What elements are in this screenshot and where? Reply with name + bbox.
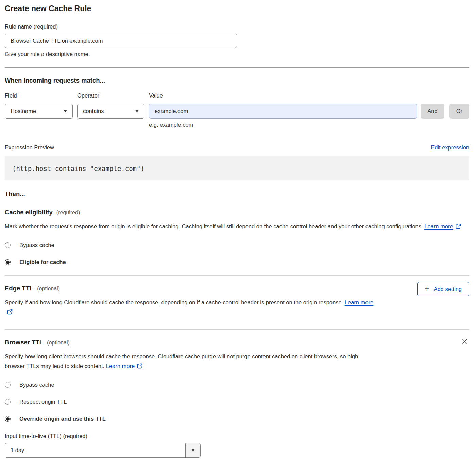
rule-name-label: Rule name (required) (5, 23, 469, 30)
description-text: Mark whether the request’s response from… (5, 223, 424, 229)
description-text: Specify if and how long Cloudflare shoul… (5, 299, 345, 305)
page-title: Create new Cache Rule (5, 4, 469, 13)
ttl-select-value: 1 day (5, 443, 185, 457)
radio-selected-icon (5, 416, 11, 422)
expression-header: Expression Preview Edit expression (5, 144, 469, 151)
rule-name-helper: Give your rule a descriptive name. (5, 51, 469, 57)
radio-label: Respect origin TTL (19, 399, 67, 405)
section-divider (5, 329, 469, 330)
radio-label: Override origin and use this TTL (19, 415, 106, 422)
radio-label: Bypass cache (19, 242, 54, 248)
logic-buttons: And Or (421, 104, 469, 119)
radio-eligible-for-cache[interactable]: Eligible for cache (5, 259, 66, 265)
external-link-icon (7, 309, 13, 316)
operator-select[interactable]: contains (77, 104, 144, 119)
field-select[interactable]: Hostname (5, 104, 73, 119)
expression-code: (http.host contains "example.com") (12, 165, 144, 172)
section-divider (5, 67, 469, 68)
rule-name-input[interactable] (5, 34, 237, 48)
expression-code-block: (http.host contains "example.com") (5, 156, 469, 180)
expression-preview-label: Expression Preview (5, 144, 54, 151)
external-link-icon (137, 364, 142, 370)
radio-label: Eligible for cache (19, 259, 66, 265)
ttl-select[interactable]: 1 day (5, 443, 201, 458)
radio-icon (5, 399, 11, 405)
plus-icon: + (425, 285, 429, 293)
browser-ttl-title: Browser TTL (5, 339, 43, 346)
external-link-icon (456, 224, 461, 230)
browser-ttl-section: Browser TTL (optional) Specify how long … (5, 339, 469, 458)
required-tag: (required) (56, 210, 80, 216)
field-select-value: Hostname (11, 108, 36, 114)
value-helper: e.g. example.com (149, 122, 417, 128)
chevron-down-icon (191, 449, 195, 452)
match-heading: When incoming requests match... (5, 77, 469, 84)
cache-eligibility-description: Mark whether the request’s response from… (5, 222, 462, 232)
add-setting-label: Add setting (434, 286, 462, 293)
cache-eligibility-title: Cache eligibility (5, 209, 53, 216)
value-label: Value (149, 92, 417, 99)
radio-icon (5, 242, 11, 248)
ttl-select-arrow[interactable] (185, 443, 200, 457)
edge-ttl-description: Specify if and how long Cloudflare shoul… (5, 298, 380, 317)
optional-tag: (optional) (37, 286, 60, 292)
description-text: Specify how long client browsers should … (5, 353, 358, 369)
radio-selected-icon (5, 259, 11, 265)
edge-ttl-title: Edge TTL (5, 285, 33, 292)
browser-ttl-description: Specify how long client browsers should … (5, 352, 375, 371)
edge-ttl-section: Edge TTL (optional) + Add setting Specif… (5, 285, 469, 317)
radio-respect-origin-ttl[interactable]: Respect origin TTL (5, 399, 67, 405)
field-label: Field (5, 92, 73, 99)
learn-more-link[interactable]: Learn more (345, 299, 373, 305)
radio-bypass-cache-browser[interactable]: Bypass cache (5, 382, 54, 388)
chevron-down-icon (135, 110, 139, 112)
match-builder-row: Field Operator Value Hostname contains A… (5, 92, 469, 128)
radio-label: Bypass cache (19, 382, 54, 388)
section-divider (5, 275, 469, 276)
add-setting-button[interactable]: + Add setting (417, 282, 469, 296)
ttl-label: Input time-to-live (TTL) (required) (5, 433, 469, 439)
create-cache-rule-form: Create new Cache Rule Rule name (require… (0, 0, 476, 460)
operator-label: Operator (77, 92, 144, 99)
close-icon[interactable] (460, 337, 469, 346)
edit-expression-link[interactable]: Edit expression (431, 144, 469, 151)
learn-more-link[interactable]: Learn more (424, 223, 453, 229)
ttl-field: Input time-to-live (TTL) (required) 1 da… (5, 433, 469, 458)
cache-eligibility-section: Cache eligibility (required) Mark whethe… (5, 209, 469, 265)
chevron-down-icon (64, 110, 67, 112)
then-heading: Then... (5, 190, 469, 198)
radio-icon (5, 382, 11, 388)
and-button[interactable]: And (421, 104, 444, 119)
value-input[interactable] (149, 104, 417, 119)
radio-bypass-cache[interactable]: Bypass cache (5, 242, 54, 248)
or-button[interactable]: Or (449, 104, 469, 119)
optional-tag: (optional) (47, 340, 70, 346)
learn-more-link[interactable]: Learn more (106, 363, 135, 369)
operator-select-value: contains (83, 108, 104, 114)
radio-override-origin-ttl[interactable]: Override origin and use this TTL (5, 415, 106, 422)
